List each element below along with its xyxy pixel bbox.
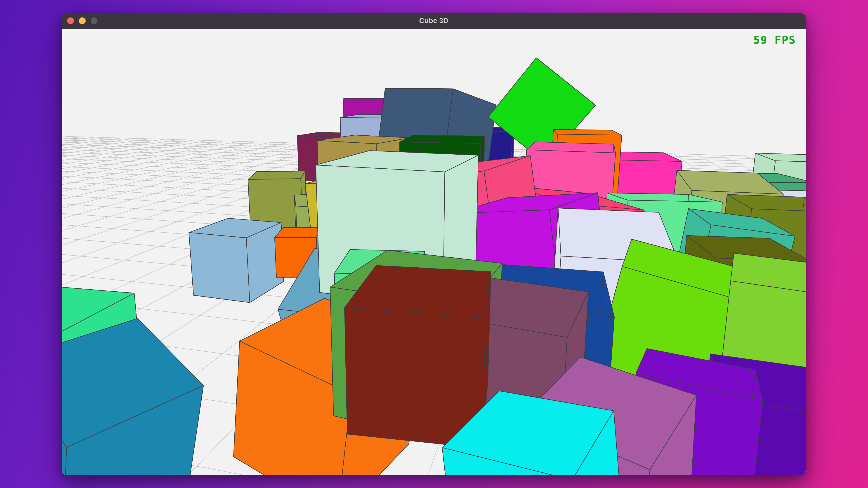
- fps-counter: 59 FPS: [753, 34, 796, 46]
- desktop-background: Cube 3D 59 FPS: [0, 0, 868, 488]
- close-button-icon[interactable]: [67, 18, 74, 24]
- app-window: Cube 3D 59 FPS: [62, 13, 806, 475]
- zoom-button-icon[interactable]: [91, 18, 97, 24]
- 3d-viewport[interactable]: 59 FPS: [62, 29, 806, 475]
- window-controls: [67, 13, 97, 29]
- window-title: Cube 3D: [419, 17, 448, 25]
- scene-canvas[interactable]: [62, 29, 806, 475]
- minimize-button-icon[interactable]: [79, 18, 86, 24]
- cube-light-blue-small: [189, 218, 284, 303]
- cube-teal-big: [62, 318, 204, 475]
- title-bar[interactable]: Cube 3D: [62, 13, 806, 29]
